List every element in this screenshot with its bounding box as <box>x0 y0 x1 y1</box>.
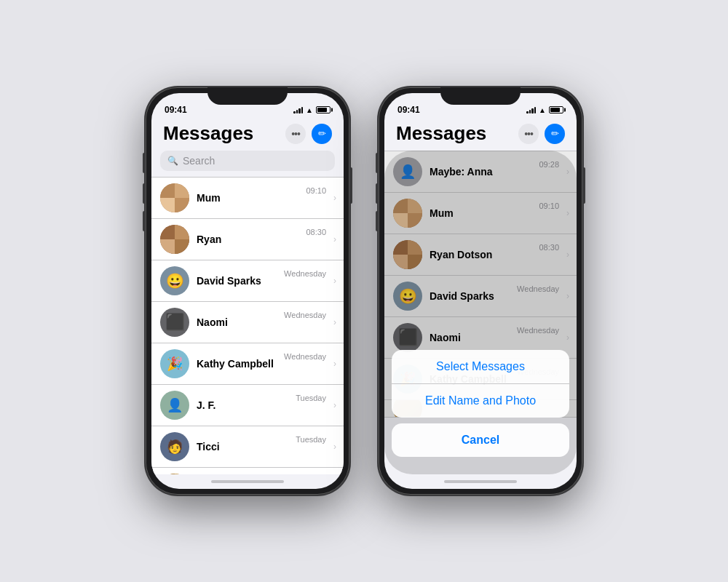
list-item[interactable]: 🧑 Ticci Tuesday › <box>151 426 344 468</box>
screen-right: 09:41 ▲ Messages ••• ✏ <box>384 93 577 489</box>
header-actions-right: ••• ✏ <box>518 124 565 144</box>
avatar-david-left: 😀 <box>160 266 189 295</box>
context-menu: Select Messages Edit Name and Photo Canc… <box>392 350 569 457</box>
message-list-left: Mum 09:10 › Ryan 08:30 › 😀 <box>151 177 344 474</box>
avatar-mum-left <box>160 183 189 212</box>
contact-name: David Sparks <box>197 275 261 287</box>
avatar-naomi-left: ⬛ <box>160 308 189 337</box>
chevron-icon: › <box>333 276 336 286</box>
contact-name: Kathy Campbell <box>197 358 274 370</box>
wifi-icon-left: ▲ <box>306 106 313 114</box>
list-item[interactable]: Mum 09:10 › <box>151 177 344 219</box>
left-phone: 09:41 ▲ Messages ••• ✏ <box>146 87 349 495</box>
context-card: Select Messages Edit Name and Photo <box>392 350 569 418</box>
compose-button-right[interactable]: ✏ <box>545 124 565 144</box>
chevron-icon: › <box>333 359 336 369</box>
home-indicator-left <box>151 474 344 489</box>
avatar-ryan-left <box>160 225 189 254</box>
signal-bars-right <box>526 106 536 113</box>
status-icons-right: ▲ <box>526 106 563 114</box>
list-item[interactable]: 🎉 Kathy Campbell Wednesday › <box>151 343 344 385</box>
contact-name: Ryan <box>197 234 221 245</box>
header-right: Messages ••• ✏ <box>384 119 577 151</box>
home-bar-left <box>211 480 284 483</box>
msg-time: Tuesday <box>296 394 326 402</box>
dots-button-right[interactable]: ••• <box>518 124 539 144</box>
msg-time: Wednesday <box>284 269 326 278</box>
home-bar-right <box>444 480 517 483</box>
msg-time: Wednesday <box>284 311 326 319</box>
edit-name-photo-button[interactable]: Edit Name and Photo <box>392 384 569 418</box>
search-icon-left: 🔍 <box>167 156 178 166</box>
notch-right <box>440 87 521 105</box>
status-time-left: 09:41 <box>165 105 187 115</box>
search-bar-left[interactable]: 🔍 Search <box>160 151 335 171</box>
avatar-jf-left: 👤 <box>160 391 189 420</box>
status-time-right: 09:41 <box>397 105 420 115</box>
home-indicator-right <box>384 474 577 489</box>
msg-time: Wednesday <box>284 352 326 361</box>
battery-right <box>549 106 563 113</box>
messages-title-right: Messages <box>396 122 486 145</box>
contact-name: J. F. <box>197 399 215 411</box>
chevron-icon: › <box>333 400 336 410</box>
list-item[interactable]: ⬛ Naomi Wednesday › <box>151 302 344 343</box>
signal-bars-left <box>293 106 303 113</box>
select-messages-button[interactable]: Select Messages <box>392 350 569 384</box>
chevron-icon: › <box>333 234 336 244</box>
contact-name: Ticci <box>197 441 220 453</box>
messages-title-left: Messages <box>163 122 253 145</box>
right-phone: 09:41 ▲ Messages ••• ✏ <box>379 87 582 495</box>
list-item[interactable]: 👤 J. F. Tuesday › <box>151 385 344 426</box>
avatar-dad-left <box>160 474 189 474</box>
cancel-button[interactable]: Cancel <box>392 423 569 457</box>
header-left: Messages ••• ✏ <box>151 119 344 151</box>
battery-fill-left <box>317 108 327 112</box>
chevron-icon: › <box>333 193 336 203</box>
compose-button-left[interactable]: ✏ <box>312 124 332 144</box>
dots-button-left[interactable]: ••• <box>285 124 306 144</box>
compose-icon-left: ✏ <box>318 128 326 139</box>
battery-fill-right <box>550 108 560 112</box>
notch-left <box>207 87 288 105</box>
battery-left <box>316 106 331 113</box>
contact-name: Naomi <box>197 316 228 328</box>
wifi-icon-right: ▲ <box>539 106 546 114</box>
message-list-right: 👤 Maybe: Anna 09:28 › Mum 09:10 <box>384 151 577 474</box>
msg-time: Tuesday <box>296 435 326 444</box>
search-placeholder-left: Search <box>183 155 215 167</box>
avatar-kathy-left: 🎉 <box>160 349 189 378</box>
status-icons-left: ▲ <box>293 106 331 114</box>
list-item[interactable]: 😀 David Sparks Wednesday › <box>151 260 344 302</box>
list-item[interactable]: Dad Monday › <box>151 468 344 474</box>
dots-icon-left: ••• <box>291 128 300 140</box>
chevron-icon: › <box>333 317 336 327</box>
header-actions-left: ••• ✏ <box>285 124 332 144</box>
contact-name: Mum <box>197 192 221 204</box>
avatar-ticci-left: 🧑 <box>160 432 189 461</box>
chevron-icon: › <box>333 442 336 452</box>
screen-left: 09:41 ▲ Messages ••• ✏ <box>151 93 344 489</box>
dots-icon-right: ••• <box>524 128 533 140</box>
msg-time: 09:10 <box>306 186 326 195</box>
list-item[interactable]: Ryan 08:30 › <box>151 219 344 260</box>
msg-time: 08:30 <box>306 228 326 236</box>
compose-icon-right: ✏ <box>551 128 559 139</box>
